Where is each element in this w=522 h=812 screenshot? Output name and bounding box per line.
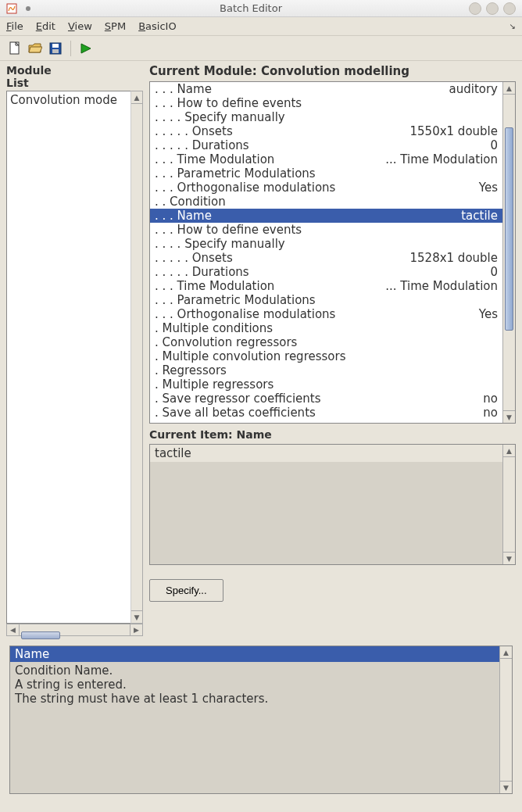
help-box: Name Condition Name. A string is entered… xyxy=(9,646,513,794)
module-list[interactable]: Convolution mode xyxy=(6,91,130,624)
parameter-row[interactable]: . . . . . Onsets1550x1 double xyxy=(150,124,502,138)
scroll-right-icon[interactable]: ▶ xyxy=(130,624,142,635)
close-button[interactable] xyxy=(503,2,516,15)
titlebar-dot xyxy=(26,6,30,11)
parameter-row[interactable]: . . . . . Durations0 xyxy=(150,265,502,279)
parameter-value: ... Time Modulation xyxy=(385,279,498,293)
parameter-row[interactable]: . Save all betas coefficientsno xyxy=(150,406,502,420)
scroll-thumb[interactable] xyxy=(505,127,513,331)
parameter-value: tactile xyxy=(461,209,498,223)
parameter-label: . Save regressor coefficients xyxy=(155,392,483,406)
parameter-label: . . . How to define events xyxy=(155,223,498,237)
parameter-value: no xyxy=(483,406,498,420)
svg-rect-3 xyxy=(52,44,59,48)
item-scrollbar-v[interactable]: ▲ ▼ xyxy=(502,445,515,564)
parameter-label: . . . How to define events xyxy=(155,96,498,110)
parameter-label: . Multiple regressors xyxy=(155,377,498,392)
parameter-label: . . . Parametric Modulations xyxy=(155,293,498,307)
scroll-track[interactable] xyxy=(131,104,142,610)
parameter-label: . . Condition xyxy=(155,195,498,209)
module-list-scrollbar-v[interactable]: ▲ ▼ xyxy=(130,91,143,624)
menu-file[interactable]: File xyxy=(6,20,23,32)
current-item-list[interactable]: tactile xyxy=(150,445,502,564)
parameter-scrollbar-v[interactable]: ▲ ▼ xyxy=(502,82,515,423)
help-scrollbar-v[interactable]: ▲ ▼ xyxy=(499,646,512,793)
menu-basicio[interactable]: BasicIO xyxy=(138,20,177,32)
parameter-row[interactable]: . . . Nametactile xyxy=(150,209,502,223)
parameter-row[interactable]: . . . . Specify manually xyxy=(150,237,502,251)
parameter-row[interactable]: . . Condition xyxy=(150,195,502,209)
module-list-item[interactable]: Convolution mode xyxy=(7,91,130,109)
scroll-up-icon[interactable]: ▲ xyxy=(503,82,515,95)
parameter-label: . . . . Specify manually xyxy=(155,110,498,124)
help-area: Name Condition Name. A string is entered… xyxy=(9,646,513,794)
save-file-button[interactable] xyxy=(47,40,64,57)
parameter-row[interactable]: . . . Parametric Modulations xyxy=(150,293,502,307)
parameter-row[interactable]: . . . Parametric Modulations xyxy=(150,166,502,181)
parameter-label: . . . . . Onsets xyxy=(155,251,410,265)
menubar: File Edit View SPM BasicIO ↘ xyxy=(0,17,522,36)
toolbar xyxy=(0,36,522,61)
parameter-row[interactable]: . Convolution regressors xyxy=(150,335,502,349)
scroll-down-icon[interactable]: ▼ xyxy=(503,552,515,564)
scroll-down-icon[interactable]: ▼ xyxy=(131,610,142,623)
titlebar: Batch Editor xyxy=(0,0,522,17)
minimize-button[interactable] xyxy=(469,2,481,15)
parameter-value: 0 xyxy=(490,265,498,279)
open-file-button[interactable] xyxy=(27,40,44,57)
menubar-expand-icon[interactable]: ↘ xyxy=(509,22,516,30)
parameter-row[interactable]: . Multiple regressors xyxy=(150,377,502,392)
scroll-thumb-h[interactable] xyxy=(21,631,60,639)
main-content: ModuleList Convolution mode ▲ ▼ ◀ ▶ Curr… xyxy=(0,61,522,639)
parameter-label: . . . Orthogonalise modulations xyxy=(155,181,479,195)
scroll-up-icon[interactable]: ▲ xyxy=(503,445,515,457)
parameter-row[interactable]: . . . . Specify manually xyxy=(150,110,502,124)
help-text: Condition Name. A string is entered. The… xyxy=(10,662,499,707)
module-list-panel: ModuleList Convolution mode ▲ ▼ ◀ ▶ xyxy=(6,64,143,636)
parameter-list[interactable]: . . . Nameauditory. . . How to define ev… xyxy=(150,82,502,423)
parameter-row[interactable]: . . . Orthogonalise modulationsYes xyxy=(150,181,502,195)
parameter-row[interactable]: . . . . . Onsets1528x1 double xyxy=(150,251,502,265)
menu-edit[interactable]: Edit xyxy=(36,20,55,32)
parameter-label: . . . Name xyxy=(155,209,461,223)
new-file-button[interactable] xyxy=(6,40,23,57)
help-content: Name Condition Name. A string is entered… xyxy=(10,646,499,793)
parameter-row[interactable]: . Multiple convolution regressors xyxy=(150,349,502,363)
parameter-label: . . . Name xyxy=(155,82,449,96)
parameter-value: Yes xyxy=(479,181,498,195)
parameter-row[interactable]: . . . Orthogonalise modulationsYes xyxy=(150,307,502,321)
scroll-down-icon[interactable]: ▼ xyxy=(500,781,512,793)
parameter-label: . . . Orthogonalise modulations xyxy=(155,307,479,321)
svg-rect-4 xyxy=(52,49,59,53)
parameter-row[interactable]: . Regressors xyxy=(150,363,502,377)
current-item-row[interactable]: tactile xyxy=(150,445,502,462)
scroll-down-icon[interactable]: ▼ xyxy=(503,410,515,423)
menu-view[interactable]: View xyxy=(68,20,92,32)
right-panel: Current Module: Convolution modelling . … xyxy=(149,64,516,636)
parameter-row[interactable]: . Save regressor coefficientsno xyxy=(150,392,502,406)
parameter-value: no xyxy=(483,392,498,406)
scroll-left-icon[interactable]: ◀ xyxy=(7,624,20,635)
scroll-up-icon[interactable]: ▲ xyxy=(500,646,512,659)
module-list-label: ModuleList xyxy=(6,64,143,89)
parameter-row[interactable]: . . . How to define events xyxy=(150,96,502,110)
parameter-row[interactable]: . . . Time Modulation... Time Modulation xyxy=(150,279,502,293)
module-list-scrollbar-h[interactable]: ◀ ▶ xyxy=(6,624,143,636)
current-module-header: Current Module: Convolution modelling xyxy=(149,64,516,78)
parameter-row[interactable]: . . . Time Modulation... Time Modulation xyxy=(150,152,502,166)
parameter-row[interactable]: . . . How to define events xyxy=(150,223,502,237)
scroll-up-icon[interactable]: ▲ xyxy=(131,91,142,104)
menu-spm[interactable]: SPM xyxy=(105,20,126,32)
maximize-button[interactable] xyxy=(486,2,499,15)
run-button[interactable] xyxy=(77,40,95,57)
app-icon xyxy=(6,3,17,14)
parameter-row[interactable]: . Multiple conditions xyxy=(150,321,502,335)
parameter-label: . Multiple conditions xyxy=(155,321,498,335)
window-controls xyxy=(469,2,516,15)
parameter-label: . . . . . Onsets xyxy=(155,124,410,138)
parameter-row[interactable]: . . . Nameauditory xyxy=(150,82,502,96)
parameter-row[interactable]: . . . . . Durations0 xyxy=(150,138,502,152)
toolbar-separator xyxy=(70,41,71,56)
specify-button[interactable]: Specify... xyxy=(149,579,223,602)
parameter-label: . Multiple convolution regressors xyxy=(155,349,498,363)
